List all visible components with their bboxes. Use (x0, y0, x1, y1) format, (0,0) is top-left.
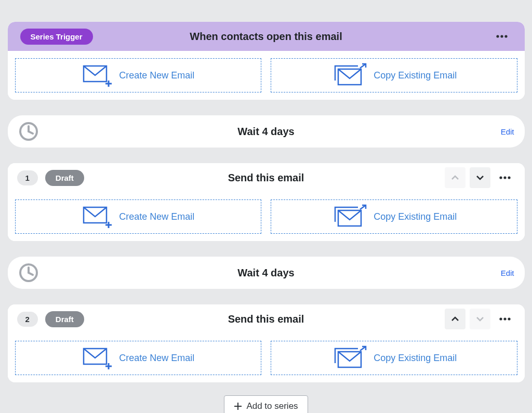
wait-card-2: Wait 4 days Edit (8, 257, 525, 289)
copy-email-icon (331, 345, 368, 370)
copy-existing-email-button[interactable]: Copy Existing Email (271, 199, 517, 234)
step-more-button-2[interactable] (495, 309, 515, 329)
svg-point-24 (508, 317, 510, 320)
wait-label: Wait 4 days (237, 126, 294, 138)
svg-point-12 (503, 176, 506, 179)
step-status-1: Draft (45, 170, 84, 186)
move-up-button-1[interactable] (445, 167, 466, 188)
create-new-email-label: Create New Email (119, 353, 194, 364)
step-number-1: 1 (17, 170, 38, 185)
chevron-up-icon (451, 316, 459, 322)
copy-email-icon (331, 63, 368, 88)
create-new-email-label: Create New Email (119, 211, 194, 222)
create-new-email-label: Create New Email (119, 70, 194, 81)
create-new-email-button[interactable]: Create New Email (15, 199, 262, 234)
create-email-icon (82, 64, 114, 87)
move-down-button-2[interactable] (470, 309, 490, 329)
trigger-card: Series Trigger When contacts open this e… (8, 22, 525, 100)
move-up-button-2[interactable] (445, 309, 466, 329)
clock-icon (18, 262, 39, 283)
wait-edit-link[interactable]: Edit (501, 127, 514, 136)
chevron-up-icon (451, 175, 459, 180)
clock-icon (18, 121, 39, 142)
step-header-1: 1 Draft Send this email (8, 163, 525, 192)
copy-existing-email-button[interactable]: Copy Existing Email (271, 58, 517, 92)
copy-existing-email-label: Copy Existing Email (374, 211, 457, 222)
add-to-series-button[interactable]: Add to series (224, 395, 308, 413)
trigger-header: Series Trigger When contacts open this e… (8, 22, 525, 51)
copy-existing-email-label: Copy Existing Email (374, 353, 457, 364)
copy-existing-email-label: Copy Existing Email (374, 70, 457, 81)
svg-point-2 (504, 35, 507, 37)
step-2-email-options: Create New Email Copy Existing Email (8, 334, 525, 382)
svg-line-21 (29, 273, 33, 275)
step-1-email-options: Create New Email Copy Existing Email (8, 192, 525, 241)
step-title-2: Send this email (228, 313, 304, 325)
more-icon (499, 176, 511, 179)
add-to-series-wrap: Add to series (8, 395, 525, 413)
create-new-email-button[interactable]: Create New Email (15, 341, 262, 375)
step-header-2: 2 Draft Send this email (8, 304, 525, 334)
plus-icon (234, 402, 242, 410)
create-new-email-button[interactable]: Create New Email (15, 58, 262, 92)
step-more-button-1[interactable] (495, 167, 515, 188)
trigger-more-button[interactable] (491, 26, 512, 47)
svg-point-11 (499, 176, 502, 179)
move-down-button-1[interactable] (470, 167, 490, 188)
chevron-down-icon (476, 316, 484, 322)
wait-edit-link[interactable]: Edit (501, 269, 514, 277)
trigger-email-options: Create New Email Copy Existing Email (8, 51, 525, 100)
step-status-2: Draft (45, 311, 84, 327)
step-card-1: 1 Draft Send this email (8, 163, 525, 241)
copy-email-icon (331, 204, 368, 229)
svg-point-0 (496, 35, 499, 37)
step-card-2: 2 Draft Send this email (8, 304, 525, 382)
wait-card-1: Wait 4 days Edit (8, 115, 525, 148)
more-icon (499, 317, 511, 321)
wait-label: Wait 4 days (237, 267, 294, 279)
svg-point-23 (503, 317, 506, 320)
create-email-icon (82, 205, 114, 228)
svg-point-13 (508, 176, 510, 179)
create-email-icon (82, 347, 114, 369)
svg-point-22 (499, 317, 502, 320)
add-to-series-label: Add to series (246, 401, 298, 411)
step-number-2: 2 (17, 312, 38, 327)
step-title-1: Send this email (228, 172, 304, 184)
more-icon (496, 35, 508, 38)
trigger-title: When contacts open this email (190, 31, 342, 43)
chevron-down-icon (476, 175, 484, 180)
svg-point-1 (500, 35, 503, 37)
copy-existing-email-button[interactable]: Copy Existing Email (271, 341, 517, 375)
series-trigger-badge: Series Trigger (20, 29, 93, 45)
svg-line-10 (29, 131, 33, 134)
